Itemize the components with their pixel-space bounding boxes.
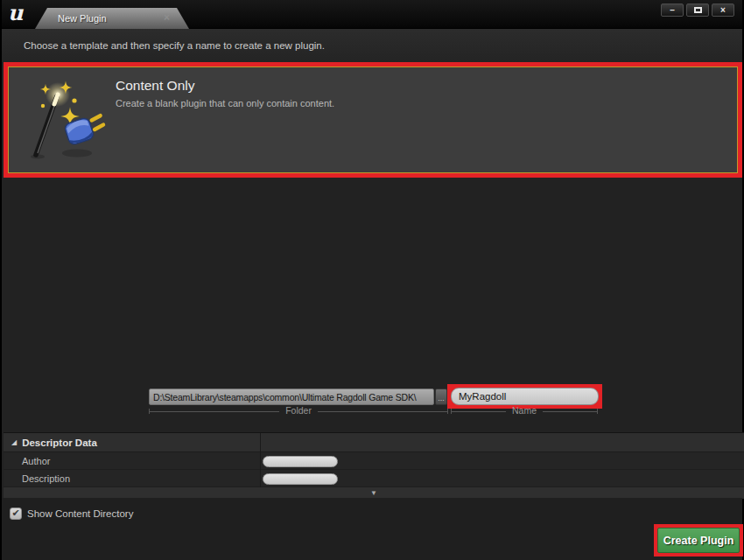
template-title: Content Only [116, 78, 194, 94]
tab-new-plugin[interactable]: New Plugin × [35, 8, 189, 29]
instruction-strip: Choose a template and then specify a nam… [2, 29, 742, 62]
author-input[interactable] [263, 456, 338, 467]
create-plugin-highlight: Create Plugin [654, 524, 743, 556]
window-controls: – × [661, 4, 734, 17]
close-icon: × [720, 6, 726, 15]
folder-path-input[interactable] [149, 388, 434, 405]
close-button[interactable]: × [712, 4, 734, 17]
tab-title: New Plugin [35, 13, 107, 24]
description-input[interactable] [263, 473, 338, 485]
minimize-icon: – [670, 6, 675, 15]
show-content-directory-label: Show Content Directory [27, 508, 133, 519]
template-description: Create a blank plugin that can only cont… [116, 98, 334, 108]
maximize-icon [694, 7, 702, 13]
description-label: Description [22, 473, 70, 484]
author-label: Author [22, 456, 50, 466]
plugin-name-input[interactable] [451, 388, 599, 405]
author-row: Author [4, 452, 744, 470]
template-content-only[interactable]: Content Only Create a blank plugin that … [8, 66, 738, 173]
descriptor-data-header[interactable]: ◢ Descriptor Data [4, 433, 744, 452]
tab-close-icon[interactable]: × [164, 11, 170, 24]
instruction-text: Choose a template and then specify a nam… [2, 40, 325, 51]
show-content-directory-checkbox[interactable]: ✔ [10, 508, 22, 520]
chevron-down-icon: ▼ [370, 490, 377, 497]
folder-underline-label: Folder [149, 406, 448, 416]
descriptor-data-section: ◢ Descriptor Data Author Description ▼ [4, 432, 744, 498]
ellipsis-icon: ... [438, 394, 445, 402]
create-plugin-button[interactable]: Create Plugin [657, 528, 740, 553]
unreal-engine-logo-icon: u [8, 1, 23, 25]
maximize-button[interactable] [686, 4, 709, 17]
minimize-button[interactable]: – [661, 4, 684, 17]
template-card-highlight: Content Only Create a blank plugin that … [4, 62, 742, 178]
footer-bar: ✔ Show Content Directory Create Plugin [2, 498, 742, 560]
checkmark-icon: ✔ [11, 508, 19, 518]
title-bar: u New Plugin × – × [2, 0, 742, 29]
expand-arrow-icon: ◢ [11, 438, 17, 446]
magic-wand-plug-icon [19, 72, 107, 168]
name-underline-label: Name [451, 406, 598, 416]
description-row: Description [4, 470, 744, 487]
browse-folder-button[interactable]: ... [435, 388, 447, 405]
descriptor-column-divider [260, 433, 261, 487]
new-plugin-window: u New Plugin × – × Choose a template and… [0, 0, 744, 560]
descriptor-data-title: Descriptor Data [22, 438, 97, 448]
